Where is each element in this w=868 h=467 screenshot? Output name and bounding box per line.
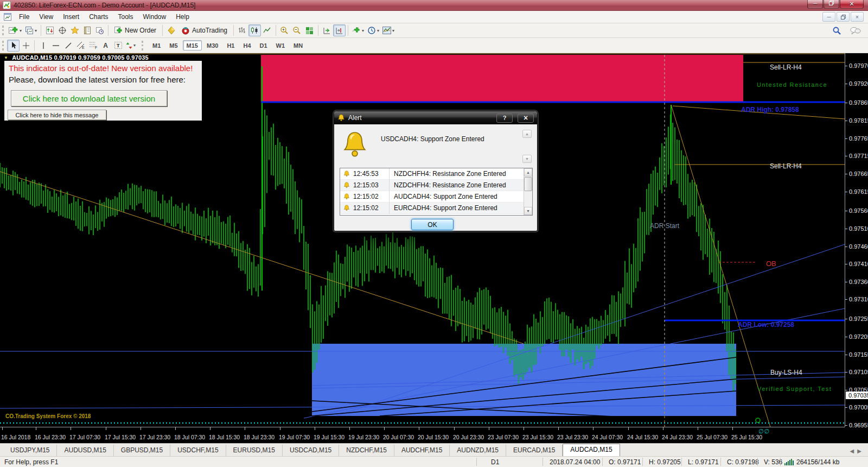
price-axis[interactable]: 0.979700.979200.978650.978150.977650.977… — [845, 53, 868, 427]
terminal-button[interactable] — [81, 24, 93, 36]
new-order-button[interactable]: New Order — [111, 24, 160, 36]
chart-close-button[interactable]: × — [851, 12, 864, 22]
tab-audcad-m15[interactable]: AUDCAD,M15 — [563, 444, 620, 456]
alert-dialog-titlebar[interactable]: Alert ? × — [334, 111, 537, 124]
scrollbar-thumb[interactable] — [524, 177, 532, 191]
vertical-line-button[interactable] — [37, 40, 49, 52]
zoom-out-button[interactable] — [291, 24, 303, 36]
data-window-button[interactable] — [56, 24, 68, 36]
chart-label: Sell-LR-H4 — [770, 162, 802, 170]
alert-help-button[interactable]: ? — [496, 113, 513, 123]
alert-row[interactable]: 12:15:03NZDCHFH4: Resistance Zone Entere… — [340, 180, 524, 191]
scroll-down-icon[interactable]: ▼ — [522, 155, 532, 163]
text-button[interactable]: A — [99, 40, 112, 52]
tab-audnzd-m15[interactable]: AUDNZD,M15 — [450, 445, 506, 456]
ok-button[interactable]: OK — [411, 219, 454, 230]
timeframe-h4[interactable]: H4 — [239, 40, 254, 51]
tab-audusd-m15[interactable]: AUDUSD,M15 — [57, 445, 113, 456]
menu-window[interactable]: Window — [138, 11, 171, 22]
menu-view[interactable]: View — [34, 11, 58, 22]
scroll-up-icon[interactable]: ▲ — [522, 130, 532, 138]
alert-close-button[interactable]: × — [518, 113, 534, 123]
tab-audchf-m15[interactable]: AUDCHF,M15 — [394, 445, 450, 456]
alert-row[interactable]: 12:15:02AUDCADH4: Support Zone Entered — [340, 191, 524, 203]
timeframe-m1[interactable]: M1 — [149, 40, 164, 51]
tab-eurcad-m15[interactable]: EURCAD,M15 — [506, 445, 563, 456]
strategy-tester-button[interactable] — [93, 24, 106, 36]
tab-nzdchf-m15[interactable]: NZDCHF,M15 — [339, 445, 394, 456]
navigator-button[interactable] — [68, 24, 81, 36]
fibonacci-button[interactable]: F — [87, 40, 99, 52]
tab-usdjpy-m15[interactable]: USDJPY,M15 — [3, 445, 57, 456]
window-restore-button[interactable] — [824, 0, 839, 9]
toolbar-grip[interactable] — [142, 41, 144, 51]
timeframe-m5[interactable]: M5 — [165, 40, 181, 51]
scroll-down-icon[interactable]: ▼ — [524, 207, 532, 215]
new-chart-button[interactable]: ▾ — [7, 24, 23, 36]
alert-message-area: USDCADH4: Support Zone Entered ▲ ▼ — [340, 129, 532, 166]
message-scrollbar[interactable]: ▲ ▼ — [522, 130, 532, 163]
indicators-button[interactable]: ▾ — [350, 24, 366, 36]
hide-message-button[interactable]: Click here to hide this message — [8, 110, 106, 120]
alert-row[interactable]: 12:15:02EURCADH4: Support Zone Entered — [340, 203, 524, 214]
alert-history-list[interactable]: 12:45:53NZDCHFH4: Resistance Zone Entere… — [340, 168, 533, 216]
menu-charts[interactable]: Charts — [84, 11, 113, 22]
chat-icon[interactable] — [848, 24, 863, 36]
timeframe-d1[interactable]: D1 — [256, 40, 271, 51]
window-close-button[interactable]: ✕ — [840, 0, 864, 9]
download-latest-version-button[interactable]: Click here to download latest version — [11, 90, 167, 106]
alert-row[interactable]: 12:45:53NZDCHFH4: Resistance Zone Entere… — [340, 168, 524, 180]
scroll-up-icon[interactable]: ▲ — [524, 168, 532, 176]
templates-button[interactable]: ▾ — [381, 24, 396, 36]
list-scrollbar[interactable]: ▲ ▼ — [524, 168, 532, 215]
chart-minimize-button[interactable]: ─ — [822, 12, 835, 22]
toolbar-grip[interactable] — [2, 41, 5, 51]
timeframe-mn[interactable]: MN — [290, 40, 307, 51]
timeframe-m30[interactable]: M30 — [203, 40, 222, 51]
toolbar-separator — [108, 25, 108, 36]
price-tick — [845, 299, 847, 300]
zoom-in-button[interactable] — [278, 24, 291, 36]
toolbar-grip[interactable] — [2, 26, 5, 35]
timeframe-m15[interactable]: M15 — [183, 40, 202, 51]
metaeditor-button[interactable] — [165, 24, 177, 36]
chart-dropdown-icon[interactable]: ▼ — [4, 55, 8, 60]
menu-help[interactable]: Help — [171, 11, 194, 22]
chart-profiles-button[interactable]: ▾ — [23, 24, 39, 36]
timeframe-w1[interactable]: W1 — [272, 40, 289, 51]
menu-insert[interactable]: Insert — [58, 11, 84, 22]
crosshair-button[interactable] — [20, 40, 32, 52]
arrows-button[interactable]: ▾ — [124, 40, 137, 52]
price-tick — [845, 138, 847, 139]
timeframe-h1[interactable]: H1 — [223, 40, 238, 51]
horizontal-line-button[interactable] — [49, 40, 62, 52]
text-label-button[interactable]: T — [112, 40, 124, 52]
window-minimize-button[interactable]: ─ — [807, 0, 823, 9]
tab-usdchf-m15[interactable]: USDCHF,M15 — [170, 445, 226, 456]
tab-scroll-arrows[interactable]: ◀▶ — [850, 448, 865, 454]
chart-restore-button[interactable] — [837, 12, 850, 22]
autotrading-button[interactable]: AutoTrading — [177, 24, 231, 36]
equidistant-channel-button[interactable]: E — [74, 40, 87, 52]
cursor-button[interactable] — [7, 40, 20, 52]
menu-file[interactable]: File — [14, 11, 34, 22]
bell-icon — [343, 171, 350, 177]
chart-shift-button[interactable] — [333, 24, 346, 36]
tile-windows-button[interactable] — [303, 24, 316, 36]
tab-eurusd-m15[interactable]: EURUSD,M15 — [226, 445, 283, 456]
search-icon[interactable] — [831, 24, 843, 36]
time-tick — [524, 427, 524, 430]
auto-scroll-button[interactable] — [321, 24, 333, 36]
menu-tools[interactable]: Tools — [113, 11, 138, 22]
candlestick-chart-button[interactable] — [248, 24, 261, 36]
line-chart-button[interactable] — [261, 24, 273, 36]
time-tick-label: 23 Jul 07:30 — [488, 434, 519, 440]
tab-gbpusd-m15[interactable]: GBPUSD,M15 — [114, 445, 170, 456]
trendline-button[interactable] — [62, 40, 74, 52]
time-axis[interactable]: 16 Jul 201816 Jul 23:3017 Jul 07:3017 Ju… — [0, 427, 845, 443]
bar-chart-button[interactable] — [236, 24, 248, 36]
market-watch-button[interactable] — [43, 24, 56, 36]
periods-button[interactable]: ▾ — [366, 24, 381, 36]
status-datetime: 2018.07.24 04:00 — [550, 458, 600, 466]
tab-usdcad-m15[interactable]: USDCAD,M15 — [283, 445, 339, 456]
